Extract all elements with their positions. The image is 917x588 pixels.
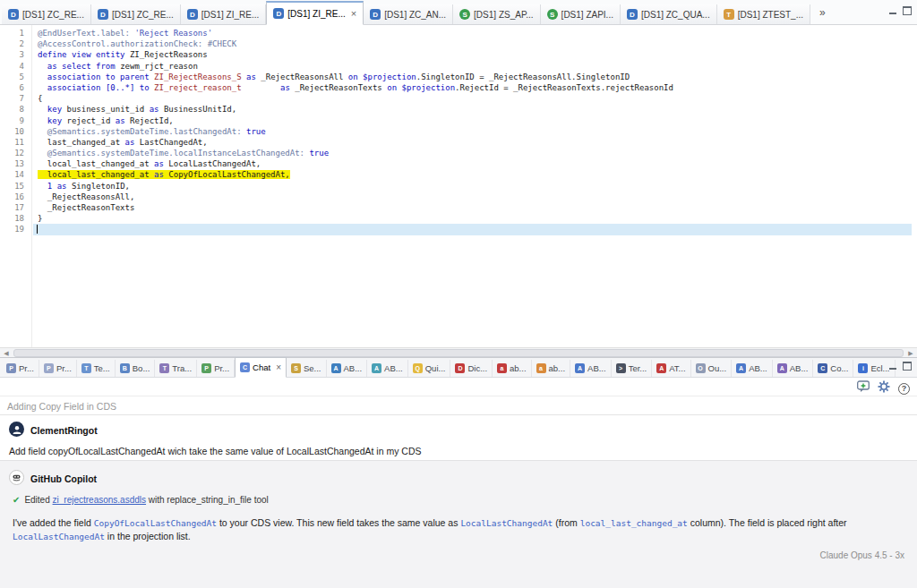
help-icon[interactable]: ? [898, 383, 910, 395]
code-line[interactable]: as select from zewm_rjct_reason [38, 61, 912, 72]
view-tab[interactable]: DDic... [450, 360, 493, 377]
code-area[interactable]: @EndUserText.label: 'Reject Reasons'@Acc… [38, 28, 912, 235]
code-line[interactable]: key business_unit_id as BusinessUnitId, [38, 104, 912, 115]
view-tab[interactable]: AAB... [773, 360, 814, 377]
view-tab[interactable]: CChat× [235, 357, 287, 378]
code-token: as [120, 138, 140, 147]
code-token: local_last_changed_at [38, 159, 150, 168]
ddl-file-icon: D [627, 9, 638, 20]
editor-tab[interactable]: S[DS1] ZAPI... [541, 4, 621, 24]
code-editor[interactable]: 12345678910111213141516171819 @EndUserTe… [0, 25, 917, 347]
view-tab[interactable]: PPr... [2, 360, 39, 377]
view-tab[interactable]: QQui... [408, 360, 451, 377]
editor-tab[interactable]: D[DS1] ZI_RE...× [266, 1, 364, 25]
view-tab[interactable]: TTra... [155, 360, 197, 377]
view-tab[interactable]: BBo... [116, 360, 156, 377]
code-line[interactable]: @Semantics.systemDateTime.localInstanceL… [38, 148, 912, 158]
editor-tabs: D[DS1] ZC_RE...D[DS1] ZC_RE...D[DS1] ZI_… [2, 1, 810, 24]
minimize-icon[interactable] [888, 362, 897, 371]
code-line[interactable]: _RejectReasonTexts [38, 202, 912, 213]
settings-gear-icon[interactable] [878, 380, 890, 396]
code-line[interactable]: local_last_changed_at as LocalLastChange… [38, 158, 912, 169]
line-number: 2 [0, 38, 24, 49]
text-segment: column). The field is placed right after [688, 517, 847, 528]
code-token: on [382, 83, 402, 92]
tab-overflow-chevron[interactable]: » [816, 6, 829, 19]
scrollbar-thumb[interactable] [13, 349, 904, 357]
view-tab[interactable]: AAB... [732, 360, 773, 377]
editor-tab-label: [DS1] ZTEST_... [738, 10, 803, 20]
code-token: key [47, 116, 67, 125]
view-tab-label: Ter... [629, 363, 647, 373]
code-token: as select from [47, 62, 120, 71]
code-line[interactable]: association to parent ZI_RejectReasons_S… [38, 72, 912, 82]
view-tab-label: ab... [510, 363, 527, 373]
view-tab-label: AB... [384, 363, 403, 373]
view-icon: A [656, 363, 666, 373]
code-line[interactable]: last_changed_at as LastChangedAt, [38, 137, 912, 148]
view-tab[interactable]: >Ter... [612, 360, 653, 377]
view-tab-label: AB... [749, 363, 767, 373]
text-segment: with replace_string_in_file tool [146, 495, 269, 505]
view-tab[interactable]: TTe... [77, 360, 116, 377]
view-icon: C [240, 362, 250, 372]
editor-tab-label: [DS1] ZI_RE... [201, 10, 259, 20]
horizontal-scrollbar[interactable]: ◀ ▶ [0, 347, 917, 357]
editor-tab[interactable]: D[DS1] ZC_RE... [2, 4, 91, 24]
view-tab[interactable]: PPr... [197, 360, 235, 377]
view-tab-label: AB... [790, 363, 809, 373]
editor-tab[interactable]: S[DS1] ZS_AP... [453, 4, 541, 24]
code-token: association [47, 83, 106, 92]
code-line[interactable]: 1 as SingletonID, [38, 181, 912, 192]
view-tab[interactable]: PPr... [39, 360, 77, 377]
view-tab[interactable]: AAB... [367, 360, 408, 377]
code-token [38, 149, 47, 158]
code-line[interactable]: key reject_id as RejectId, [38, 115, 912, 126]
code-token: key [47, 105, 67, 114]
view-tab[interactable]: AAB... [570, 360, 612, 377]
code-token: @AccessControl.authorizationCheck: #CHEC… [38, 39, 236, 48]
view-icon: B [120, 363, 130, 373]
editor-tab-label: [DS1] ZC_RE... [22, 10, 84, 20]
view-icon: T [81, 363, 91, 373]
view-tab-label: Pr... [56, 363, 72, 373]
code-line[interactable]: _RejectReasonsAll, [38, 192, 912, 202]
code-line[interactable]: } [38, 213, 912, 224]
code-token: RejectId, [130, 116, 174, 125]
tab-close-icon[interactable]: × [351, 9, 356, 18]
editor-tab[interactable]: D[DS1] ZC_AN... [364, 4, 453, 24]
new-chat-icon[interactable] [857, 380, 870, 396]
code-line[interactable]: local_last_changed_at as CopyOfLocalLast… [38, 169, 912, 180]
view-tab[interactable]: aab... [493, 360, 532, 377]
code-line[interactable]: { [38, 93, 912, 104]
code-token [38, 72, 47, 81]
editor-tab[interactable]: D[DS1] ZC_QUA... [621, 4, 717, 24]
code-line[interactable]: @Semantics.systemDateTime.lastChangedAt:… [38, 126, 912, 137]
scroll-right-icon[interactable]: ▶ [904, 348, 917, 358]
code-line[interactable]: @AccessControl.authorizationCheck: #CHEC… [38, 38, 912, 49]
code-token: { [38, 94, 42, 103]
file-link[interactable]: zi_rejectreasons.asddls [53, 495, 147, 505]
code-line[interactable] [33, 224, 912, 234]
maximize-icon[interactable] [903, 362, 912, 371]
view-tab[interactable]: SSe... [287, 360, 327, 377]
editor-tab[interactable]: D[DS1] ZC_RE... [91, 4, 181, 24]
scroll-left-icon[interactable]: ◀ [0, 348, 13, 358]
text-segment: Edited [24, 495, 52, 505]
view-tab[interactable]: AAT... [652, 360, 690, 377]
editor-tab[interactable]: T[DS1] ZTEST_... [717, 4, 810, 24]
code-token: ZI_RejectReasons [130, 50, 208, 59]
code-line[interactable]: @EndUserText.label: 'Reject Reasons' [38, 28, 912, 38]
editor-tab[interactable]: D[DS1] ZI_RE... [181, 4, 266, 24]
code-line[interactable]: define view entity ZI_RejectReasons [38, 49, 912, 60]
inline-code: CopyOfLocalLastChangedAt [94, 518, 217, 528]
tab-close-icon[interactable]: × [276, 362, 281, 372]
code-line[interactable]: association [0..*] to ZI_reject_reason_t… [38, 82, 912, 93]
view-tab[interactable]: AAB... [327, 360, 368, 377]
view-tab[interactable]: aab... [532, 360, 571, 377]
minimize-icon[interactable] [888, 6, 897, 15]
view-tab[interactable]: CCo... [813, 360, 853, 377]
line-number: 1 [0, 28, 24, 38]
maximize-icon[interactable] [903, 6, 912, 15]
view-tab[interactable]: OOu... [691, 360, 733, 377]
